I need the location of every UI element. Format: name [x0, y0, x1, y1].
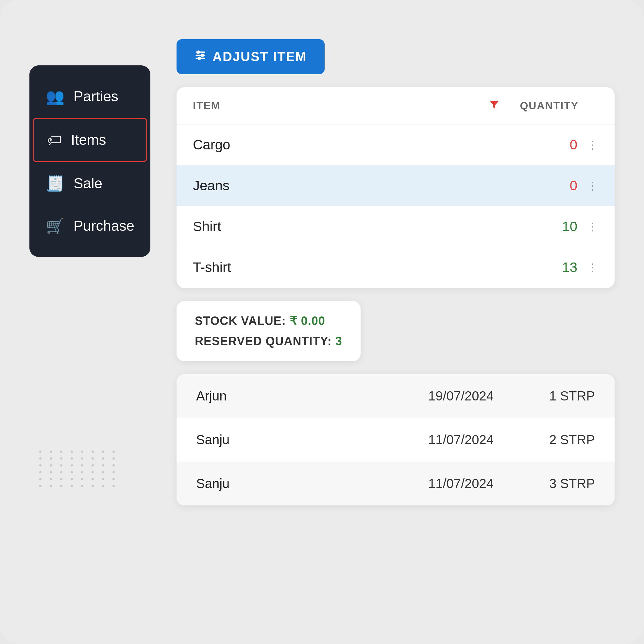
- adjust-icon: [194, 49, 207, 64]
- bottom-row-name-2: Sanju: [196, 476, 399, 491]
- bottom-row-qty-0: 1 STRP: [523, 389, 595, 403]
- item-name-shirt: Shirt: [193, 219, 538, 234]
- bottom-row-date-2: 11/07/2024: [399, 476, 523, 491]
- items-icon: 🏷: [47, 131, 62, 149]
- table-row: T-shirt 13 ⋮: [177, 247, 615, 288]
- item-name-cargo: Cargo: [193, 137, 538, 153]
- row-menu-cargo[interactable]: ⋮: [587, 138, 598, 151]
- item-qty-jeans: 0: [538, 178, 577, 194]
- row-menu-shirt[interactable]: ⋮: [587, 220, 598, 233]
- col-header-quantity: QUANTITY: [520, 100, 579, 112]
- sale-icon: 🧾: [46, 175, 64, 192]
- bottom-row-name-1: Sanju: [196, 432, 399, 447]
- stock-value-line: STOCK VALUE: ₹ 0.00: [195, 314, 342, 328]
- sidebar-item-purchase[interactable]: 🛒 Purchase: [33, 205, 147, 247]
- bottom-table: Arjun 19/07/2024 1 STRP Sanju 11/07/2024…: [177, 374, 615, 505]
- reserved-qty-label: RESERVED QUANTITY:: [195, 334, 332, 348]
- item-qty-tshirt: 13: [538, 260, 577, 275]
- sidebar-label-parties: Parties: [74, 88, 118, 105]
- reserved-qty-line: RESERVED QUANTITY: 3: [195, 334, 342, 348]
- row-menu-jeans[interactable]: ⋮: [587, 179, 598, 192]
- sidebar-item-items[interactable]: 🏷 Items: [33, 118, 147, 162]
- item-qty-shirt: 10: [538, 219, 577, 234]
- bottom-row-name-0: Arjun: [196, 389, 399, 403]
- parties-icon: 👥: [46, 88, 64, 105]
- bottom-row-qty-1: 2 STRP: [523, 432, 595, 447]
- bottom-row-qty-2: 3 STRP: [523, 476, 595, 491]
- col-header-item: ITEM: [193, 100, 488, 112]
- bottom-row-date-0: 19/07/2024: [399, 389, 523, 403]
- stock-info-card: STOCK VALUE: ₹ 0.00 RESERVED QUANTITY: 3: [177, 301, 361, 361]
- adjust-button-label: ADJUST ITEM: [212, 49, 307, 64]
- item-name-jeans: Jeans: [193, 178, 538, 194]
- filter-icon[interactable]: [488, 99, 500, 112]
- table-header: ITEM QUANTITY: [177, 87, 615, 125]
- sidebar: 👥 Parties 🏷 Items 🧾 Sale 🛒 Purchase: [29, 65, 150, 257]
- table-row: Jeans 0 ⋮: [177, 165, 615, 206]
- svg-point-5: [198, 57, 200, 59]
- stock-value-label: STOCK VALUE:: [195, 314, 286, 328]
- reserved-qty-value: 3: [335, 334, 342, 348]
- sidebar-label-purchase: Purchase: [74, 218, 134, 234]
- table-row: Cargo 0 ⋮: [177, 125, 615, 165]
- stock-value-amount: ₹ 0.00: [290, 314, 325, 328]
- sidebar-item-sale[interactable]: 🧾 Sale: [33, 162, 147, 205]
- item-name-tshirt: T-shirt: [193, 260, 538, 275]
- list-item: Arjun 19/07/2024 1 STRP: [177, 374, 615, 418]
- sidebar-label-sale: Sale: [74, 175, 102, 192]
- svg-point-4: [201, 54, 203, 56]
- main-content: ADJUST ITEM ITEM QUANTITY Cargo 0 ⋮: [177, 39, 615, 505]
- adjust-item-button[interactable]: ADJUST ITEM: [177, 39, 325, 74]
- sidebar-item-parties[interactable]: 👥 Parties: [33, 75, 147, 118]
- row-menu-tshirt[interactable]: ⋮: [587, 261, 598, 274]
- list-item: Sanju 11/07/2024 2 STRP: [177, 418, 615, 462]
- item-qty-cargo: 0: [538, 137, 577, 153]
- list-item: Sanju 11/07/2024 3 STRP: [177, 462, 615, 505]
- items-table-card: ITEM QUANTITY Cargo 0 ⋮ Jeans 0 ⋮: [177, 87, 615, 288]
- svg-marker-6: [490, 101, 499, 109]
- svg-point-3: [197, 51, 199, 53]
- table-row: Shirt 10 ⋮: [177, 206, 615, 247]
- bottom-row-date-1: 11/07/2024: [399, 432, 523, 447]
- sidebar-label-items: Items: [71, 132, 106, 148]
- purchase-icon: 🛒: [46, 217, 64, 235]
